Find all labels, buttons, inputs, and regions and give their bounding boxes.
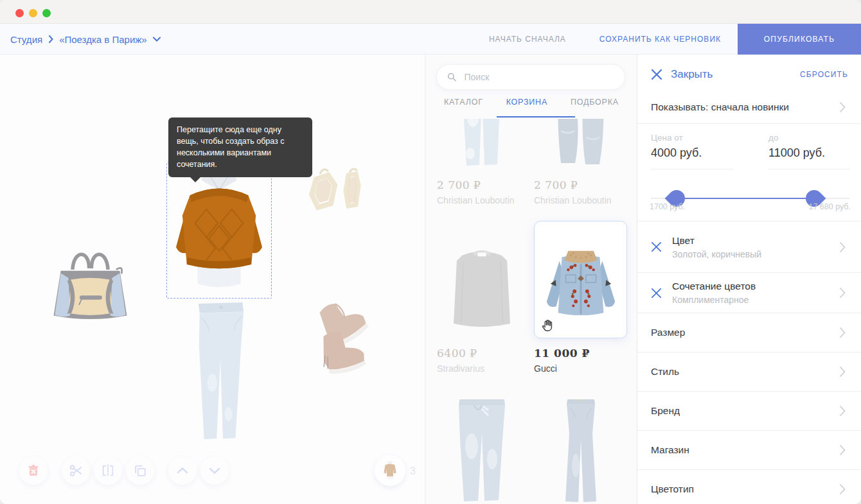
move-down-button[interactable] [200,456,229,485]
filter-value: Золотой, коричневый [672,249,761,259]
canvas-item-jeans[interactable] [192,300,249,446]
filter-row-label: Цветотип [651,483,694,495]
chevron-right-icon [839,483,846,495]
price-filter-section: Цена от 4000 руб. до 11000 руб. 1700 руб… [637,124,861,222]
filter-color-combo-row[interactable]: Сочетание цветов Комплиментарное [637,273,861,313]
close-filters-button[interactable]: Закрыть [651,68,713,81]
remove-filter-icon[interactable] [651,241,662,252]
filter-color-row[interactable]: Цвет Золотой, коричневый [637,222,861,273]
product-brand: Christian Louboutin [534,195,627,205]
product-image-jeans [451,119,513,168]
price-from-input[interactable]: 4000 руб. [651,143,733,169]
restart-button[interactable]: НАЧАТЬ СНАЧАЛА [472,24,583,55]
price-to-label: до [768,133,850,143]
product-brand: Gucci [534,363,627,374]
filter-style-row[interactable]: Стиль [637,352,861,392]
product-card-highlight[interactable] [534,221,627,338]
drag-hint-tooltip: Перетащите сюда еще одну вещь, чтобы соз… [168,117,312,177]
flip-horizontal-icon [101,464,115,478]
product-image-jeans [550,399,612,504]
product-brand: Stradivarius [437,363,527,374]
layers-button[interactable] [375,455,405,486]
chevron-right-icon [48,35,53,43]
filter-value: Комплиментарное [672,295,756,305]
outfit-canvas[interactable]: Перетащите сюда еще одну вещь, чтобы соз… [0,55,425,504]
price-range-max-label: 17 680 руб. [808,202,851,211]
canvas-toolbar [0,456,425,485]
canvas-item-boots[interactable] [308,296,380,377]
breadcrumb: Студия «Поездка в Париж» [10,24,161,55]
reset-filters-button[interactable]: СБРОСИТЬ [800,70,848,79]
close-filters-label: Закрыть [671,68,713,81]
title-bar [0,0,861,24]
price-to-input[interactable]: 11000 руб. [768,143,850,169]
product-price: 11 000 ₽ [534,347,627,360]
chevron-right-icon [839,366,846,378]
price-slider-track[interactable] [651,198,849,199]
search-input[interactable] [463,71,614,83]
chevron-right-icon [839,327,846,338]
product-card[interactable] [437,399,527,504]
filter-colortype-row[interactable]: Цветотип [637,470,861,504]
sort-label: Показывать: сначала новинки [651,101,789,113]
product-card[interactable]: 6400 ₽ Stradivarius [437,227,527,374]
move-up-button[interactable] [168,456,197,485]
cut-button[interactable] [62,456,90,485]
duplicate-button[interactable] [126,456,154,485]
app-window: Студия «Поездка в Париж» НАЧАТЬ СНАЧАЛА … [0,0,861,504]
chevron-right-icon [839,287,846,299]
filter-shop-row[interactable]: Магазин [637,431,861,470]
flip-horizontal-button[interactable] [94,456,122,485]
price-from-label: Цена от [651,133,733,143]
filter-row-label: Магазин [651,444,689,456]
canvas-item-sweater[interactable] [168,165,270,296]
price-range-min-label: 1700 руб. [650,202,685,211]
remove-filter-icon[interactable] [651,288,662,299]
tab-korzina[interactable]: КОРЗИНА [506,98,547,114]
product-price: 6400 ₽ [437,347,527,360]
canvas-item-bag[interactable] [50,245,130,324]
chevron-down-icon [209,467,220,474]
filter-size-row[interactable]: Размер [637,313,861,352]
chevron-right-icon [839,101,846,113]
product-price: 2 700 ₽ [534,178,627,191]
breadcrumb-current[interactable]: «Поездка в Париж» [59,34,147,45]
scissors-icon [69,464,83,478]
breadcrumb-root-link[interactable]: Студия [10,34,42,45]
tab-katalog[interactable]: КАТАЛОГ [444,98,483,114]
product-card[interactable]: 2 700 ₽ Christian Louboutin [534,119,627,205]
product-card[interactable] [534,399,627,504]
filter-brand-row[interactable]: Бренд [637,392,861,431]
product-card-gucci[interactable]: 11 000 ₽ Gucci [534,221,627,374]
grab-hand-icon [540,318,555,333]
canvas-selection-box[interactable] [166,162,272,299]
filters-panel: Закрыть СБРОСИТЬ Показывать: сначала нов… [637,55,861,504]
sort-row[interactable]: Показывать: сначала новинки [637,94,861,124]
filter-row-label: Бренд [651,405,680,417]
product-image-sweater [447,237,517,341]
save-draft-button[interactable]: СОХРАНИТЬ КАК ЧЕРНОВИК [583,24,738,55]
search-icon [447,72,456,82]
chevron-down-icon[interactable] [153,37,161,42]
duplicate-icon [133,464,147,478]
chevron-right-icon [839,405,846,417]
jeans-image [192,300,249,444]
tab-podborka[interactable]: ПОДБОРКА [571,98,619,114]
chevron-right-icon [839,444,846,456]
product-image-jeans [448,399,515,504]
expand-window-icon[interactable] [42,9,51,17]
catalog-panel: КАТАЛОГ КОРЗИНА ПОДБОРКА 2 700 ₽ Christi… [425,55,637,504]
minimize-window-icon[interactable] [29,9,37,17]
product-image-jeans [552,119,610,168]
delete-button[interactable] [19,456,48,485]
price-slider-active-range [677,198,814,199]
publish-button[interactable]: ОПУБЛИКОВАТЬ [738,24,861,55]
bag-image [50,245,130,322]
filter-title: Сочетание цветов [672,281,756,292]
close-window-icon[interactable] [15,9,24,17]
boots-image [308,296,380,374]
trash-icon [27,464,40,477]
product-card[interactable]: 2 700 ₽ Christian Louboutin [437,119,527,205]
search-box[interactable] [436,64,625,90]
sweater-thumbnail [382,460,398,481]
